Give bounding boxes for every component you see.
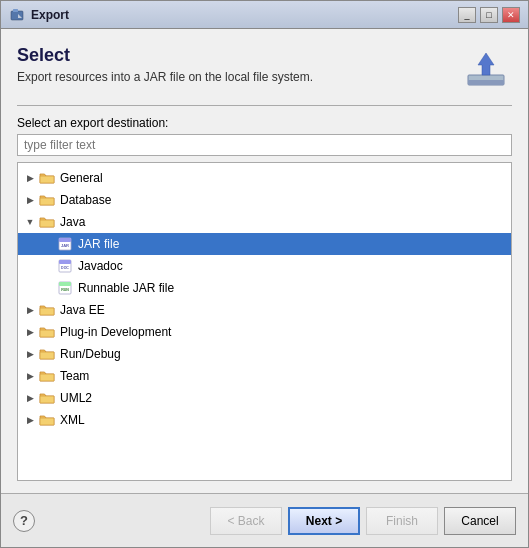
tree-item-general[interactable]: General (18, 167, 511, 189)
expand-arrow-java[interactable] (22, 214, 38, 230)
export-icon (460, 45, 512, 93)
svg-rect-8 (40, 220, 54, 227)
label-java: Java (60, 215, 85, 229)
svg-text:JAR: JAR (61, 243, 69, 248)
back-button[interactable]: < Back (210, 507, 282, 535)
expand-arrow-plugin-dev[interactable] (22, 324, 38, 340)
svg-rect-1 (13, 9, 18, 12)
svg-rect-23 (40, 418, 54, 425)
window-icon (9, 7, 25, 23)
tree-item-javadoc[interactable]: DOC Javadoc (18, 255, 511, 277)
svg-rect-0 (11, 11, 23, 20)
label-jar-file: JAR file (78, 237, 119, 251)
finish-button[interactable]: Finish (366, 507, 438, 535)
runnable-jar-icon: RUN (56, 280, 74, 296)
svg-rect-22 (40, 396, 54, 403)
page-description: Export resources into a JAR file on the … (17, 70, 460, 84)
expand-arrow-team[interactable] (22, 368, 38, 384)
folder-icon-xml (38, 412, 56, 428)
filter-input[interactable] (17, 134, 512, 156)
tree-item-xml[interactable]: XML (18, 409, 511, 431)
svg-rect-19 (40, 330, 54, 337)
svg-marker-5 (478, 53, 494, 75)
header-divider (17, 105, 512, 106)
folder-icon-run-debug (38, 346, 56, 362)
expand-arrow-uml2[interactable] (22, 390, 38, 406)
help-button[interactable]: ? (13, 510, 35, 532)
folder-icon-plugin-dev (38, 324, 56, 340)
svg-rect-16 (59, 282, 71, 286)
bottom-bar: ? < Back Next > Finish Cancel (1, 493, 528, 547)
label-xml: XML (60, 413, 85, 427)
label-database: Database (60, 193, 111, 207)
tree-item-database[interactable]: Database (18, 189, 511, 211)
folder-icon-java (38, 214, 56, 230)
bottom-spacer (17, 481, 512, 493)
tree-item-jar-file[interactable]: JAR JAR file (18, 233, 511, 255)
folder-icon-database (38, 192, 56, 208)
maximize-button[interactable]: □ (480, 7, 498, 23)
folder-icon-java-ee (38, 302, 56, 318)
title-bar: Export _ □ ✕ (1, 1, 528, 29)
tree-item-java[interactable]: Java (18, 211, 511, 233)
expand-arrow-run-debug[interactable] (22, 346, 38, 362)
cancel-button[interactable]: Cancel (444, 507, 516, 535)
filter-label: Select an export destination: (17, 116, 512, 130)
close-button[interactable]: ✕ (502, 7, 520, 23)
svg-rect-21 (40, 374, 54, 381)
label-plugin-dev: Plug-in Development (60, 325, 171, 339)
expand-arrow-java-ee[interactable] (22, 302, 38, 318)
next-button[interactable]: Next > (288, 507, 360, 535)
folder-icon-uml2 (38, 390, 56, 406)
label-run-debug: Run/Debug (60, 347, 121, 361)
label-runnable-jar: Runnable JAR file (78, 281, 174, 295)
label-general: General (60, 171, 103, 185)
dialog-buttons: < Back Next > Finish Cancel (210, 507, 516, 535)
header-text: Select Export resources into a JAR file … (17, 45, 460, 84)
dialog-content: Select Export resources into a JAR file … (1, 29, 528, 493)
svg-rect-7 (40, 198, 54, 205)
svg-rect-18 (40, 308, 54, 315)
label-team: Team (60, 369, 89, 383)
expand-arrow-database[interactable] (22, 192, 38, 208)
tree-item-runnable-jar[interactable]: RUN Runnable JAR file (18, 277, 511, 299)
page-title: Select (17, 45, 460, 66)
svg-rect-6 (40, 176, 54, 183)
tree-item-plugin-dev[interactable]: Plug-in Development (18, 321, 511, 343)
svg-text:RUN: RUN (61, 288, 69, 292)
javadoc-icon: DOC (56, 258, 74, 274)
expand-arrow-general[interactable] (22, 170, 38, 186)
export-dialog: Export _ □ ✕ Select Export resources int… (0, 0, 529, 548)
svg-rect-13 (59, 260, 71, 264)
tree-item-team[interactable]: Team (18, 365, 511, 387)
tree-item-java-ee[interactable]: Java EE (18, 299, 511, 321)
label-java-ee: Java EE (60, 303, 105, 317)
window-controls: _ □ ✕ (458, 7, 520, 23)
header-section: Select Export resources into a JAR file … (17, 45, 512, 93)
folder-icon-general (38, 170, 56, 186)
label-javadoc: Javadoc (78, 259, 123, 273)
svg-rect-4 (468, 80, 504, 85)
label-uml2: UML2 (60, 391, 92, 405)
svg-rect-10 (59, 238, 71, 242)
expand-arrow-xml[interactable] (22, 412, 38, 428)
svg-rect-20 (40, 352, 54, 359)
minimize-button[interactable]: _ (458, 7, 476, 23)
tree-item-uml2[interactable]: UML2 (18, 387, 511, 409)
window-title: Export (31, 8, 458, 22)
svg-text:DOC: DOC (61, 266, 69, 270)
tree-item-run-debug[interactable]: Run/Debug (18, 343, 511, 365)
tree-container[interactable]: General Database Java (17, 162, 512, 481)
folder-icon-team (38, 368, 56, 384)
jar-file-icon: JAR (56, 236, 74, 252)
